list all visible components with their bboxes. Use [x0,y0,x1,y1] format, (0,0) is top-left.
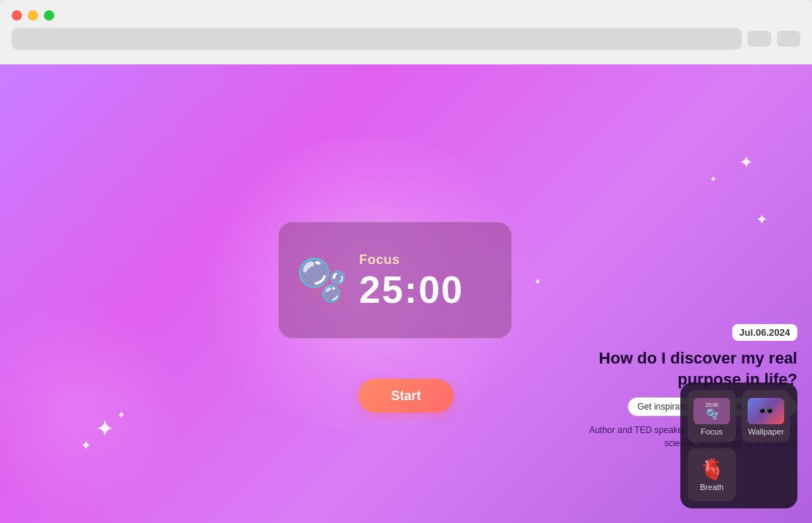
panel-item-focus[interactable]: 25:00 🫧 Focus [688,390,736,443]
nav-button-1[interactable] [748,31,771,47]
wallpaper-thumb: 🕶️ [748,398,784,424]
maximize-button[interactable] [44,10,54,20]
close-button[interactable] [12,10,22,20]
focus-thumb: 25:00 🫧 [693,398,730,424]
sparkle-icon-6: ✦ [117,409,126,421]
timer-display: 25:00 [359,271,464,309]
nav-button-2[interactable] [777,31,800,47]
creature-icon: 🫧 [296,256,347,304]
panel-item-wallpaper-label: Wallpaper [748,427,783,436]
minimize-button[interactable] [28,10,38,20]
background-glow-left [0,298,183,518]
start-button[interactable]: Start [358,379,454,413]
bottom-panel: 25:00 🫧 Focus 🕶️ Wallpaper 🫀 Breath [680,383,797,508]
address-bar-row [12,28,800,50]
sparkle-icon-2: ✦ [710,174,717,184]
traffic-lights [12,10,800,20]
breath-icon: 🫀 [699,459,725,480]
panel-item-focus-label: Focus [701,427,723,436]
window-chrome [0,0,812,64]
timer-content: Focus 25:00 [359,252,464,309]
focus-thumb-timer: 25:00 [705,402,718,407]
date-badge: Jul.06.2024 [732,324,797,341]
focus-label: Focus [359,252,464,268]
sparkle-icon-7: ✦ [80,437,91,454]
focus-timer-card: 🫧 Focus 25:00 [278,222,512,339]
panel-item-breath[interactable]: 🫀 Breath [688,448,736,501]
sparkle-icon-4: ✦ [534,276,541,287]
panel-item-breath-label: Breath [700,483,723,492]
address-bar[interactable] [12,28,742,50]
sparkle-icon-1: ✦ [739,152,753,173]
sparkle-icon-5: ✦ [95,415,115,443]
wallpaper-glasses-icon: 🕶️ [758,403,774,419]
app-area: ✦ ✦ ✦ ✦ ✦ ✦ ✦ 🫧 Focus 25:00 Start Jul.06… [0,64,812,523]
focus-thumb-creature-icon: 🫧 [706,408,718,420]
sparkle-icon-3: ✦ [756,211,768,228]
panel-item-wallpaper[interactable]: 🕶️ Wallpaper [742,390,790,443]
